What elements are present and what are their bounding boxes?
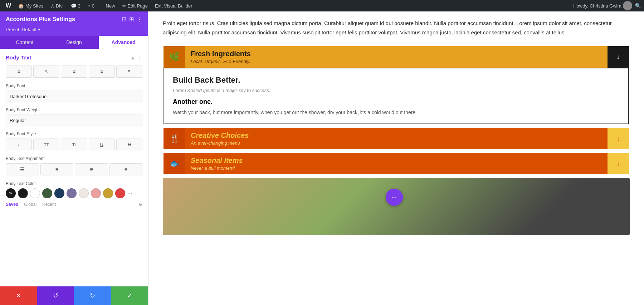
preset-chevron-icon: ▾ <box>38 27 40 32</box>
color-swatch-pink[interactable] <box>91 188 101 198</box>
ping-menu[interactable]: ○ 0 <box>85 0 97 11</box>
accordion-creative-header[interactable]: 🍴 Creative Choices An ever-changing menu… <box>164 128 629 149</box>
close-button[interactable]: ✕ <box>0 286 37 305</box>
fresh-body-title: Build Back Better. <box>173 76 620 85</box>
align-quote-btn[interactable]: ❝ <box>116 66 142 78</box>
eyedropper-btn[interactable]: ✎ <box>6 188 16 198</box>
comments-icon: 💬 <box>71 3 77 9</box>
exit-builder-label: Exit Visual Builder <box>155 3 192 9</box>
search-icon[interactable]: 🔍 <box>635 3 641 9</box>
body-align-left-btn[interactable]: ☰ <box>6 163 39 175</box>
fresh-toggle[interactable]: ↓ <box>608 46 629 68</box>
section-title: Body Text <box>6 54 31 60</box>
new-label: New <box>106 3 115 9</box>
recent-colors-tab[interactable]: Recent <box>42 202 56 207</box>
align-right-btn[interactable]: ≡ <box>89 66 115 78</box>
color-swatch-black[interactable] <box>18 188 28 198</box>
fresh-body-content: Watch your back, but more importantly, w… <box>173 108 620 116</box>
undo-icon: ↺ <box>53 292 58 300</box>
chat-icon: ··· <box>391 194 397 201</box>
wp-logo[interactable]: W <box>3 0 14 11</box>
saved-colors-tab[interactable]: Saved <box>6 202 18 207</box>
fish-icon: 🐟 <box>170 159 179 168</box>
new-button[interactable]: + New <box>99 0 118 11</box>
align-link-btn[interactable]: ↖ <box>33 66 59 78</box>
color-swatch-dark-blue[interactable] <box>54 188 64 198</box>
seasonal-title-box: Seasonal Items Never a dull moment! <box>185 153 608 174</box>
color-swatch-cream[interactable] <box>79 188 89 198</box>
pencil-icon: ✏ <box>122 3 126 9</box>
all-caps-btn[interactable]: TT <box>33 139 59 150</box>
body-font-select[interactable]: Darker Grotesque <box>6 91 142 102</box>
exit-builder-button[interactable]: Exit Visual Builder <box>152 0 195 11</box>
body-font-weight-select[interactable]: Regular <box>6 115 142 126</box>
underline-icon: U <box>100 142 103 147</box>
redo-icon: ↻ <box>90 292 95 300</box>
intro-text: Proin eget tortor risus. Cras ultricies … <box>163 19 630 37</box>
save-button[interactable]: ✓ <box>111 286 148 305</box>
resize-icon[interactable]: ⊡ <box>122 16 126 23</box>
columns-icon[interactable]: ⊞ <box>129 16 134 23</box>
comments-menu[interactable]: 💬 3 <box>68 0 83 11</box>
italic-btn[interactable]: I <box>6 139 32 150</box>
divi-icon: ◎ <box>50 3 54 9</box>
undo-button[interactable]: ↺ <box>37 286 74 305</box>
body-align-justify-btn[interactable]: ≡ <box>109 163 143 175</box>
color-swatch-purple[interactable] <box>67 188 77 198</box>
color-swatch-gold[interactable] <box>103 188 113 198</box>
my-sites-menu[interactable]: 🏠 My Sites <box>15 0 46 11</box>
home-icon: 🏠 <box>18 3 24 9</box>
color-swatch-red[interactable] <box>115 188 125 198</box>
plus-icon: + <box>102 3 104 9</box>
redo-button[interactable]: ↻ <box>74 286 111 305</box>
global-colors-tab[interactable]: Global <box>24 202 36 207</box>
ping-icon: ○ <box>88 3 91 9</box>
body-font-weight-label: Body Font Weight <box>6 107 142 112</box>
capitalize-btn[interactable]: Tt <box>61 139 87 150</box>
color-swatch-dark-green[interactable] <box>42 188 52 198</box>
color-settings-icon[interactable]: ⚙ <box>138 202 142 207</box>
creative-toggle[interactable]: ↓ <box>608 128 629 149</box>
color-swatches: ✎ ··· <box>6 188 142 198</box>
underline-btn[interactable]: U <box>89 139 115 150</box>
align-center-btn[interactable]: ≡ <box>61 66 87 78</box>
seasonal-toggle-icon: ↓ <box>617 160 620 168</box>
top-bar: W 🏠 My Sites ◎ Divi 💬 3 ○ 0 + New ✏ Edit… <box>0 0 644 11</box>
seasonal-icon-box: 🐟 <box>164 153 185 174</box>
fresh-subtitle: Local. Organic. Eco-Friendly. <box>191 59 602 64</box>
accordion-seasonal-header[interactable]: 🐟 Seasonal Items Never a dull moment! ↓ <box>164 153 629 174</box>
accordion-creative: 🍴 Creative Choices An ever-changing menu… <box>163 127 630 150</box>
chat-bubble[interactable]: ··· <box>386 189 403 206</box>
tab-design-label: Design <box>66 39 82 45</box>
collapse-icon[interactable]: ▲ <box>130 55 135 60</box>
more-icon[interactable]: ⋮ <box>137 16 142 23</box>
strikethrough-btn[interactable]: S <box>116 139 142 150</box>
avatar[interactable] <box>623 1 632 10</box>
creative-subtitle: An ever-changing menu <box>191 140 602 146</box>
strikethrough-icon: S <box>128 142 131 147</box>
howdy-text: Howdy, Christina Gwira <box>573 3 621 9</box>
tab-design[interactable]: Design <box>49 36 99 49</box>
section-more-icon[interactable]: ⋮ <box>137 55 142 60</box>
preset-selector[interactable]: Preset: Default ▾ <box>0 27 148 36</box>
tab-content[interactable]: Content <box>0 36 49 49</box>
top-bar-right: Howdy, Christina Gwira 🔍 <box>573 1 641 10</box>
color-swatch-white[interactable] <box>30 188 40 198</box>
more-colors-btn[interactable]: ··· <box>127 190 132 197</box>
fresh-icon-box: 🌿 <box>164 46 185 68</box>
preset-label: Preset: Default <box>6 27 36 32</box>
body-align-right-btn[interactable]: ≡ <box>75 163 108 175</box>
check-icon: ✓ <box>127 292 132 300</box>
tab-advanced[interactable]: Advanced <box>99 36 148 49</box>
color-tabs: Saved Global Recent ⚙ <box>6 202 142 207</box>
body-text-alignment-options: ☰ ≡ ≡ ≡ <box>6 163 142 175</box>
divi-menu[interactable]: ◎ Divi <box>48 0 67 11</box>
fresh-toggle-icon: ↓ <box>617 53 620 61</box>
accordion-fresh-header[interactable]: 🌿 Fresh Ingredients Local. Organic. Eco-… <box>164 46 629 68</box>
bottom-image: ··· <box>163 178 630 235</box>
body-align-center-btn[interactable]: ≡ <box>40 163 74 175</box>
edit-page-button[interactable]: ✏ Edit Page <box>119 0 151 11</box>
align-left-btn[interactable]: ≡ <box>6 66 32 78</box>
seasonal-toggle[interactable]: ↓ <box>608 153 629 174</box>
seasonal-subtitle: Never a dull moment! <box>191 165 602 171</box>
